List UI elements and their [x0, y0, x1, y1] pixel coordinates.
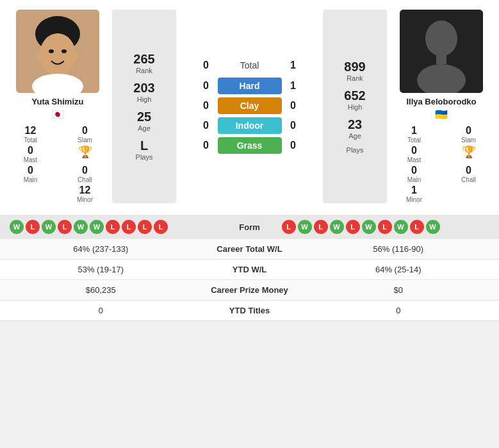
left-form-badge: L	[26, 220, 40, 234]
left-age-value: 25	[137, 110, 151, 124]
stat-left-value: 0	[10, 306, 192, 315]
left-chall-value: 0	[82, 165, 88, 176]
left-form-badge: L	[106, 220, 120, 234]
left-age-label: Age	[137, 124, 151, 132]
right-chall-label: Chall	[461, 176, 476, 183]
left-form-badge: L	[58, 220, 72, 234]
left-main-label: Main	[24, 176, 38, 183]
stat-left-value: 64% (237-133)	[10, 244, 192, 254]
clay-left-score: 0	[200, 100, 213, 112]
indoor-row: 0 Indoor 0	[179, 117, 320, 134]
left-plays-value: L	[136, 138, 153, 153]
right-main-label: Main	[407, 176, 421, 183]
left-total-value: 12	[25, 125, 37, 137]
right-rank-value: 899	[344, 60, 365, 74]
left-trophy-cell: 🏆	[61, 145, 109, 163]
left-player-flag: 🇯🇵	[51, 108, 64, 120]
left-form-badge: L	[138, 220, 152, 234]
stat-mid-label: Career Prize Money	[192, 285, 307, 295]
hard-left-score: 0	[200, 80, 213, 92]
grass-left-score: 0	[200, 140, 213, 151]
grass-row: 0 Grass 0	[179, 137, 320, 154]
top-section: Yuta Shimizu 🇯🇵 12 Total 0 Slam 0 Mast 🏆	[0, 0, 499, 210]
left-mast-value: 0	[28, 145, 33, 156]
right-total-label: Total	[407, 137, 421, 144]
career-stats-section: 64% (237-133)Career Total W/L56% (116-90…	[0, 239, 499, 321]
stat-right-value: 0	[307, 306, 490, 315]
left-minor-label: Minor	[77, 196, 93, 203]
left-mast-label: Mast	[24, 156, 38, 163]
total-left-score: 0	[200, 60, 213, 71]
left-form-badge: L	[122, 220, 136, 234]
right-form-badge: W	[394, 220, 408, 234]
right-trophy-cell: 🏆	[445, 145, 493, 163]
left-total-label: Total	[24, 137, 37, 144]
stat-left-value: 53% (19-17)	[10, 265, 192, 274]
right-player-photo	[400, 10, 483, 93]
stat-right-value: 56% (116-90)	[307, 244, 490, 254]
right-slam-label: Slam	[461, 137, 476, 144]
left-stats-panel: 265 Rank 203 High 25 Age L Plays	[112, 10, 176, 203]
stat-right-value: $0	[307, 285, 490, 295]
right-form-badges: LWLWLWLWLW	[282, 220, 490, 234]
total-label: Total	[218, 60, 282, 71]
stats-row: 53% (19-17)YTD W/L64% (25-14)	[0, 260, 499, 280]
career-stats-table: 64% (237-133)Career Total W/L56% (116-90…	[0, 239, 499, 321]
right-form-badge: L	[282, 220, 296, 234]
left-slam-cell: 0 Slam	[61, 125, 109, 144]
right-slam-value: 0	[466, 125, 471, 137]
left-form-badges: WLWLWWLLLL	[10, 220, 218, 234]
right-chall-value: 0	[466, 165, 471, 176]
right-player-avatar	[400, 10, 483, 93]
right-form-badge: W	[426, 220, 440, 234]
right-high-stat: 652 High	[344, 88, 365, 111]
stat-mid-label: YTD W/L	[192, 265, 307, 274]
right-mast-value: 0	[411, 145, 417, 156]
svg-point-4	[61, 49, 67, 53]
right-age-label: Age	[348, 132, 362, 140]
right-trophy-icon: 🏆	[462, 145, 476, 159]
left-chall-cell: 0 Chall	[61, 165, 109, 183]
left-player-card: Yuta Shimizu 🇯🇵 12 Total 0 Slam 0 Mast 🏆	[6, 10, 109, 203]
clay-right-score: 0	[287, 100, 300, 112]
total-right-score: 1	[287, 60, 300, 71]
right-form-badge: W	[298, 220, 312, 234]
left-rank-value: 265	[133, 52, 154, 67]
right-plays-label: Plays	[347, 146, 364, 154]
right-minor-cell: 1 Minor	[390, 185, 438, 203]
left-plays-label: Plays	[136, 153, 153, 161]
left-age-stat: 25 Age	[137, 110, 151, 132]
left-player-avatar	[16, 10, 99, 93]
right-chall-cell: 0 Chall	[445, 165, 493, 183]
right-form-badge: L	[346, 220, 360, 234]
main-container: Yuta Shimizu 🇯🇵 12 Total 0 Slam 0 Mast 🏆	[0, 0, 499, 321]
right-age-value: 23	[348, 117, 362, 132]
right-high-value: 652	[344, 88, 365, 103]
right-main-cell: 0 Main	[390, 165, 438, 183]
indoor-right-score: 0	[287, 120, 300, 131]
right-total-cell: 1 Total	[390, 125, 438, 144]
right-age-stat: 23 Age	[348, 117, 362, 140]
svg-point-2	[40, 33, 76, 76]
left-slam-value: 0	[82, 125, 88, 137]
right-slam-cell: 0 Slam	[445, 125, 493, 144]
hard-badge: Hard	[218, 78, 282, 94]
left-chall-label: Chall	[78, 176, 92, 183]
right-player-flag: 🇺🇦	[435, 108, 448, 120]
right-rank-stat: 899 Rank	[344, 60, 365, 82]
left-minor-value: 12	[79, 185, 91, 196]
left-form-badge: L	[154, 220, 168, 234]
stats-row: 64% (237-133)Career Total W/L56% (116-90…	[0, 239, 499, 260]
right-high-label: High	[344, 103, 365, 111]
stat-right-value: 64% (25-14)	[307, 265, 490, 274]
svg-rect-10	[436, 54, 446, 64]
left-trophy-icon: 🏆	[78, 145, 92, 159]
left-main-cell: 0 Main	[6, 165, 54, 183]
right-plays-stat: Plays	[347, 146, 364, 154]
grass-badge: Grass	[218, 137, 282, 154]
right-main-value: 0	[411, 165, 417, 176]
left-high-value: 203	[133, 81, 154, 95]
left-form-badge: W	[90, 220, 104, 234]
left-form-badge: W	[74, 220, 88, 234]
svg-point-3	[49, 49, 54, 53]
